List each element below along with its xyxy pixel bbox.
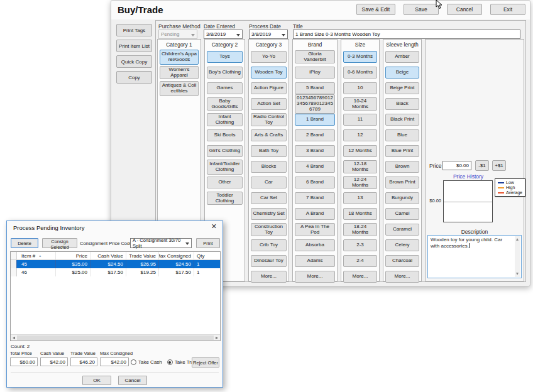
scroll-right-icon[interactable] [216, 337, 218, 339]
consign-selected-button[interactable]: Consign Selected [42, 238, 77, 248]
gloria-vanderbilt-button[interactable]: Gloria Vanderbilt [295, 50, 335, 64]
12-18-months-button[interactable]: 12-18 Months [343, 160, 377, 174]
more-button[interactable]: More... [343, 271, 377, 283]
save-edit-button[interactable]: Save & Edit [356, 4, 395, 15]
blue-button[interactable]: Blue [385, 129, 419, 141]
ok-button[interactable]: OK [82, 376, 111, 385]
beige-print-button[interactable]: Beige Print [385, 82, 419, 94]
more-button[interactable]: More... [295, 271, 335, 283]
10-24-months-button[interactable]: 10-24 Months [343, 97, 377, 111]
print-button[interactable]: Print [196, 238, 220, 248]
arts-crafts-button[interactable]: Arts & Crafts [251, 129, 287, 141]
caramel-button[interactable]: Caramel [385, 224, 419, 236]
infant-toddler-clothing-button[interactable]: Infant/Toddler Clothing [207, 160, 243, 175]
iplay-button[interactable]: iPlay [295, 67, 335, 79]
camel-button[interactable]: Camel [385, 208, 419, 220]
description-scrollbar[interactable] [515, 236, 520, 277]
table-row[interactable]: 45$35.00$24.50$26.95$24.501 [11, 260, 220, 268]
reject-offer-button[interactable]: Reject Offer [192, 357, 219, 368]
row-selector[interactable] [11, 268, 17, 276]
price-plus-button[interactable]: +$1 [492, 160, 506, 171]
6-brand-button[interactable]: 6 Brand [295, 177, 335, 188]
2-3-button[interactable]: 2-3 [343, 239, 377, 251]
scrollbar-thumb[interactable] [17, 335, 214, 340]
copy-button[interactable]: Copy [116, 71, 152, 84]
column-header-cash[interactable]: Cash Value [91, 252, 126, 259]
girl-s-clothing-button[interactable]: Girl's Clothing [207, 145, 243, 157]
beige-button[interactable]: Beige [385, 67, 419, 79]
scroll-down-icon[interactable] [516, 273, 519, 275]
print-item-list-button[interactable]: Print Item List [116, 40, 152, 52]
a-brand-button[interactable]: A Brand [295, 208, 335, 220]
blue-print-button[interactable]: Blue Print [385, 145, 419, 157]
dinosaur-toy-button[interactable]: Dinosaur Toy [251, 255, 287, 267]
crib-toy-button[interactable]: Crib Toy [251, 239, 287, 251]
column-header-max[interactable]: Max Consigned [159, 252, 194, 259]
absorba-button[interactable]: Absorba [295, 239, 335, 251]
toys-button[interactable]: Toys [207, 51, 243, 63]
consignment-price-code-dropdown[interactable]: A - Consignment 30/70 Split [130, 238, 192, 248]
more-button[interactable]: More... [385, 271, 419, 283]
exit-button[interactable]: Exit [490, 4, 525, 15]
brown-button[interactable]: Brown [385, 161, 419, 173]
radio-control-toy-button[interactable]: Radio Control Toy [251, 113, 287, 127]
burgundy-button[interactable]: Burgundy [385, 192, 419, 204]
blocks-button[interactable]: Blocks [251, 161, 287, 173]
11-button[interactable]: 11 [343, 114, 377, 126]
car-set-button[interactable]: Car Set [251, 192, 287, 204]
action-set-button[interactable]: Action Set [251, 98, 287, 110]
5-brand-button[interactable]: 5 Brand [295, 82, 335, 94]
amber-button[interactable]: Amber [385, 51, 419, 63]
purchase-method-dropdown[interactable]: Pending [158, 30, 197, 39]
antiques-collectibles-button[interactable]: Antiques & Collectibles [160, 81, 199, 96]
process-date-dropdown[interactable]: 3/8/2019 [249, 30, 288, 39]
bath-toy-button[interactable]: Bath Toy [251, 145, 287, 157]
description-textarea[interactable]: Wooden toy for young child. Car with acc… [427, 235, 522, 278]
1-brand-button[interactable]: 1 Brand [295, 114, 335, 126]
horizontal-scrollbar[interactable] [11, 334, 220, 340]
7-brand-button[interactable]: 7 Brand [295, 192, 335, 204]
cancel-button[interactable]: Cancel [118, 376, 147, 385]
12-months-button[interactable]: 12 Months [343, 145, 377, 157]
action-figure-button[interactable]: Action Figure [251, 82, 287, 94]
date-entered-dropdown[interactable]: 3/8/2019 [204, 30, 243, 39]
celery-button[interactable]: Celery [385, 239, 419, 251]
women-s-apparel-button[interactable]: Women's Apparel [160, 66, 199, 80]
18-24-months-button[interactable]: 18-24 Months [343, 223, 377, 237]
car-button[interactable]: Car [251, 177, 287, 188]
12-24-months-button[interactable]: 12-24 Months [343, 176, 377, 190]
black-print-button[interactable]: Black Print [385, 114, 419, 126]
wooden-toy-button[interactable]: Wooden Toy [251, 67, 287, 79]
black-button[interactable]: Black [385, 98, 419, 110]
chemistry-set-button[interactable]: Chemistry Set [251, 208, 287, 220]
column-header-trade[interactable]: Trade Value [126, 252, 159, 259]
10-button[interactable]: 10 [343, 82, 377, 94]
row-selector[interactable] [11, 260, 17, 268]
scroll-up-icon[interactable] [516, 238, 519, 241]
more-button[interactable]: More... [251, 271, 287, 283]
charcoal-button[interactable]: Charcoal [385, 255, 419, 267]
print-tags-button[interactable]: Print Tags [116, 24, 152, 36]
other-button[interactable]: Other [207, 177, 243, 188]
baby-goods-gifts-button[interactable]: Baby Goods/Gifts [207, 97, 243, 111]
012345678901234567890123456789-button[interactable]: 012345678901234567890123456789 [295, 94, 335, 113]
table-row[interactable]: 46$25.00$17.50$19.25$17.501 [11, 268, 220, 276]
title-input[interactable] [293, 30, 520, 39]
13-button[interactable]: 13 [343, 192, 377, 204]
0-6-months-button[interactable]: 0-6 Months [343, 67, 377, 79]
infant-clothing-button[interactable]: Infant Clothing [207, 113, 243, 127]
2-4-button[interactable]: 2-4 [343, 255, 377, 267]
price-input[interactable] [442, 161, 471, 170]
adams-button[interactable]: Adams [295, 255, 335, 267]
2-brand-button[interactable]: 2 Brand [295, 129, 335, 141]
scroll-left-icon[interactable] [13, 337, 15, 339]
delete-button[interactable]: Delete [11, 238, 38, 248]
construction-toy-button[interactable]: Construction Toy [251, 223, 287, 237]
save-button[interactable]: Save [404, 4, 439, 15]
12-button[interactable]: 12 [343, 129, 377, 141]
close-icon[interactable]: ✕ [211, 223, 217, 230]
quick-copy-button[interactable]: Quick Copy [116, 55, 152, 68]
cancel-button[interactable]: Cancel [447, 4, 482, 15]
ski-boots-button[interactable]: Ski Boots [207, 129, 243, 141]
column-header-price[interactable]: Price [56, 252, 91, 259]
